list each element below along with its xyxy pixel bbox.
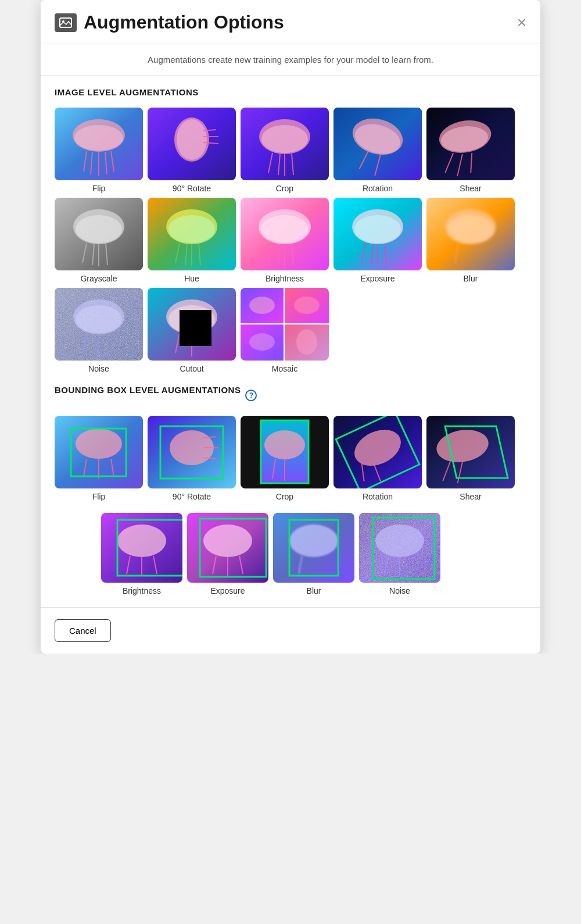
bbox-augmentation-grid: Flip (55, 416, 526, 501)
aug-item-blur[interactable]: Blur (426, 198, 515, 283)
bb-aug-label-blur: Blur (307, 586, 321, 595)
svg-point-18 (261, 125, 308, 153)
augmentation-modal: Augmentation Options × Augmentations cre… (41, 0, 540, 654)
svg-point-36 (76, 215, 122, 243)
aug-label-mosaic: Mosaic (272, 364, 297, 373)
svg-rect-78 (180, 310, 211, 346)
bb-aug-img-crop (241, 416, 329, 488)
svg-point-4 (74, 125, 123, 151)
aug-img-flip (55, 108, 143, 180)
aug-label-hue: Hue (184, 274, 199, 283)
bb-aug-label-flip: Flip (92, 492, 106, 501)
bb-aug-img-brightness (101, 513, 182, 583)
aug-label-brightness: Brightness (266, 274, 304, 283)
title-icon (55, 13, 77, 32)
aug-label-rotation: Rotation (363, 184, 393, 193)
aug-img-mosaic (241, 288, 329, 361)
bb-aug-label-exposure: Exposure (210, 586, 245, 595)
bb-aug-item-crop[interactable]: Crop (241, 416, 329, 501)
aug-img-crop (241, 108, 329, 180)
bb-aug-item-brightness[interactable]: Brightness (101, 513, 182, 595)
aug-img-brightness (241, 198, 329, 270)
modal-footer: Cancel (41, 607, 540, 654)
title-row: Augmentation Options (55, 12, 284, 33)
cancel-button[interactable]: Cancel (55, 619, 111, 642)
bb-aug-img-flip (55, 416, 143, 488)
bb-aug-label-crop: Crop (276, 492, 293, 501)
bb-aug-label-rotate90: 90° Rotate (173, 492, 211, 501)
bbox-section-row: BOUNDING BOX LEVEL AUGMENTATIONS ? (55, 385, 526, 405)
aug-img-rotate90 (148, 108, 236, 180)
aug-label-flip: Flip (92, 184, 106, 193)
image-augmentation-grid: Flip (55, 108, 526, 373)
aug-img-exposure (333, 198, 422, 270)
aug-label-crop: Crop (276, 184, 293, 193)
aug-item-cutout[interactable]: Cutout (148, 288, 236, 373)
svg-point-136 (375, 525, 424, 557)
svg-point-103 (264, 430, 305, 459)
svg-point-12 (177, 119, 207, 160)
svg-point-84 (294, 297, 320, 314)
aug-label-noise: Noise (88, 364, 109, 373)
aug-label-blur: Blur (464, 274, 478, 283)
aug-item-flip[interactable]: Flip (55, 108, 143, 193)
svg-point-43 (168, 215, 215, 243)
aug-item-shear[interactable]: Shear (426, 108, 515, 193)
aug-img-noise (55, 288, 143, 361)
aug-item-grayscale[interactable]: Grayscale (55, 198, 143, 283)
modal-subtitle: Augmentations create new training exampl… (41, 44, 540, 76)
aug-item-exposure[interactable]: Exposure (333, 198, 422, 283)
bbox-section-title: BOUNDING BOX LEVEL AUGMENTATIONS (55, 385, 241, 395)
aug-item-rotate90[interactable]: 90° Rotate (148, 108, 236, 193)
bb-aug-label-noise: Noise (389, 586, 410, 595)
svg-point-64 (447, 215, 494, 243)
aug-item-hue[interactable]: Hue (148, 198, 236, 283)
svg-point-124 (203, 525, 252, 557)
close-button[interactable]: × (517, 15, 526, 31)
aug-label-cutout: Cutout (180, 364, 203, 373)
svg-point-118 (117, 525, 166, 557)
aug-img-rotation (333, 108, 422, 180)
aug-item-crop[interactable]: Crop (241, 108, 329, 193)
image-section-title: IMAGE LEVEL AUGMENTATIONS (55, 87, 526, 97)
aug-img-grayscale (55, 198, 143, 270)
aug-img-blur (426, 198, 515, 270)
bb-aug-item-rotate90[interactable]: 90° Rotate (148, 416, 236, 501)
modal-body: IMAGE LEVEL AUGMENTATIONS (41, 76, 540, 595)
aug-label-rotate90: 90° Rotate (173, 184, 211, 193)
bb-aug-img-exposure (187, 513, 268, 583)
bb-aug-img-blur (273, 513, 354, 583)
modal-header: Augmentation Options × (41, 0, 540, 44)
bb-aug-item-shear[interactable]: Shear (426, 416, 515, 501)
bb-aug-img-noise (359, 513, 440, 583)
bb-aug-img-shear (426, 416, 515, 488)
aug-label-grayscale: Grayscale (80, 274, 117, 283)
svg-point-88 (76, 429, 122, 459)
bb-aug-item-blur[interactable]: Blur (273, 513, 354, 595)
svg-point-86 (296, 329, 317, 355)
help-icon[interactable]: ? (245, 390, 257, 401)
svg-point-130 (289, 525, 338, 557)
bb-aug-item-noise[interactable]: Noise (359, 513, 440, 595)
bb-aug-item-exposure[interactable]: Exposure (187, 513, 268, 595)
svg-point-50 (261, 215, 309, 243)
aug-item-rotation[interactable]: Rotation (333, 108, 422, 193)
aug-label-exposure: Exposure (360, 274, 394, 283)
bb-aug-img-rotation (333, 416, 422, 488)
aug-item-brightness[interactable]: Brightness (241, 198, 329, 283)
aug-img-cutout (148, 288, 236, 361)
aug-item-mosaic[interactable]: Mosaic (241, 288, 329, 373)
bbox-augmentation-grid-row2: Brightness (101, 513, 526, 595)
modal-title: Augmentation Options (84, 12, 284, 33)
svg-point-83 (249, 297, 275, 314)
svg-point-85 (249, 333, 275, 351)
aug-item-noise[interactable]: Noise (55, 288, 143, 373)
bb-aug-img-rotate90 (148, 416, 236, 488)
svg-point-57 (354, 215, 401, 243)
aug-label-shear: Shear (460, 184, 481, 193)
bb-aug-item-rotation[interactable]: Rotation (333, 416, 422, 501)
bb-aug-label-brightness: Brightness (123, 586, 161, 595)
bb-aug-label-shear: Shear (460, 492, 481, 501)
bb-aug-item-flip[interactable]: Flip (55, 416, 143, 501)
aug-img-hue (148, 198, 236, 270)
